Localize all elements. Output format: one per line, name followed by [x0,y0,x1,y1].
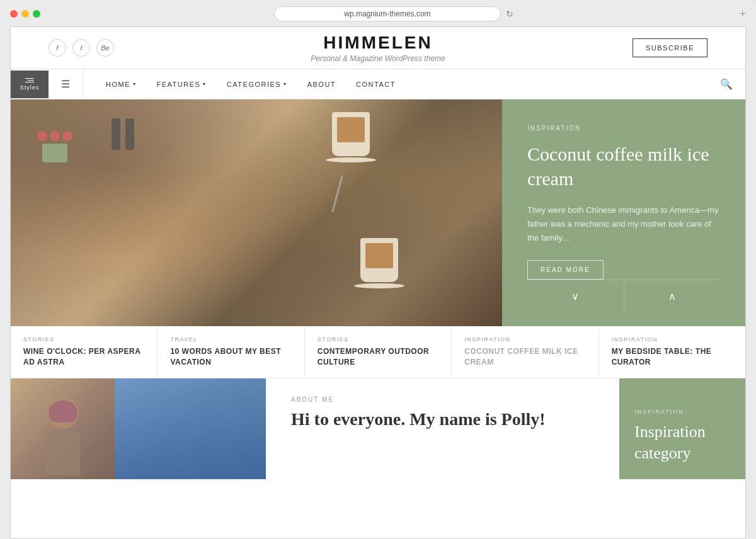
ticker-title-4: MY BEDSIDE TABLE: THE CURATOR [612,346,733,368]
site-title: HIMMELEN [311,33,445,53]
hero-content: INSPIRATION Coconut coffee milk ice crea… [502,99,745,326]
hero-image [11,99,502,326]
ticker-item-1[interactable]: TRAVEL 10 WORDS ABOUT MY BEST VACATION [158,326,304,378]
nav-item-categories[interactable]: CATEGORIES ▾ [217,72,297,97]
cup-saucer-1 [326,157,376,162]
ticker-category-1: TRAVEL [170,336,291,343]
person-hair [49,400,77,423]
nav-item-home[interactable]: HOME ▾ [96,72,147,97]
behance-icon[interactable]: Be [96,39,114,57]
ticker-item-3[interactable]: INSPIRATION COCONUT COFFEE MILK ICE CREA… [452,326,598,378]
menu-icon[interactable]: ☰ [49,69,83,99]
styles-button[interactable]: Styles [11,71,49,98]
hero-image-overlay [11,99,502,326]
site-header: f t Be HIMMELEN Personal & Magazine Word… [11,27,745,69]
shaker-1 [112,118,120,150]
flower-blooms [36,131,74,141]
ticker-category-2: STORIES [318,336,438,343]
nav-item-contact[interactable]: CONTACT [346,72,406,97]
inspiration-category: INSPIRATION [634,409,730,415]
maximize-window-button[interactable] [33,10,40,18]
read-more-button[interactable]: READ MORE [527,260,604,280]
about-heading: Hi to everyone. My name is Polly! [291,408,594,431]
hero-navigation-arrows: ∨ ∧ [527,280,720,312]
home-arrow-icon: ▾ [133,81,137,87]
social-links: f t Be [49,39,114,57]
hero-section: INSPIRATION Coconut coffee milk ice crea… [11,99,745,326]
nav-item-about[interactable]: ABOUT [297,72,346,97]
categories-arrow-icon: ▾ [284,81,287,87]
features-arrow-icon: ▾ [203,81,207,87]
ticker-category-0: STORIES [23,336,144,343]
site-title-area: HIMMELEN Personal & Magazine WordPress t… [311,33,445,63]
site-tagline: Personal & Magazine WordPress theme [311,54,445,63]
about-text-section: ABOUT ME Hi to everyone. My name is Poll… [266,378,619,479]
cup-body-1 [332,112,370,156]
nav-item-features[interactable]: FEATURES ▾ [147,72,217,97]
flower-decoration [36,131,74,175]
about-label: ABOUT ME [291,396,594,403]
cup-saucer-2 [354,283,404,288]
about-image-1 [11,378,115,479]
flower-pot [42,144,67,162]
salt-shakers [112,118,134,150]
ticker-title-1: 10 WORDS ABOUT MY BEST VACATION [170,346,291,368]
subscribe-button[interactable]: SUBSCRIBE [633,38,707,57]
new-tab-button[interactable]: + [740,8,746,20]
about-image-2 [115,378,266,479]
website-content: f t Be HIMMELEN Personal & Magazine Word… [10,26,746,539]
cup-body-2 [360,238,398,282]
ticker-category-3: INSPIRATION [464,336,585,343]
ticker-item-4[interactable]: INSPIRATION MY BEDSIDE TABLE: THE CURATO… [599,326,745,378]
hero-title: Coconut coffee milk ice cream [527,142,720,191]
hero-content-inner: INSPIRATION Coconut coffee milk ice crea… [527,125,720,280]
nav-links: HOME ▾ FEATURES ▾ CATEGORIES ▾ ABOUT CON… [83,72,707,97]
minimize-window-button[interactable] [21,10,29,18]
facebook-icon[interactable]: f [49,39,66,57]
person2-figure [115,378,266,479]
person-silhouette [38,397,88,479]
inspiration-box[interactable]: INSPIRATION Inspiration category [619,378,745,479]
close-window-button[interactable] [10,10,18,18]
coffee-cup-2 [351,238,408,307]
styles-label: Styles [20,84,40,91]
cup-liquid-1 [337,117,365,142]
ticker-item-2[interactable]: STORIES CONTEMPORARY OUTDOOR CULTURE [305,326,452,378]
ticker-title-0: WINE O'CLOCK: PER ASPERA AD ASTRA [23,346,144,368]
hero-category: INSPIRATION [527,125,720,132]
coffee-cup-1 [326,112,376,175]
cup-liquid-2 [365,243,393,268]
hero-excerpt: They were both Chinese immigrants to Ame… [527,203,720,245]
ticker-title-3: COCONUT COFFEE MILK ICE CREAM [464,346,585,368]
site-navigation: Styles ☰ HOME ▾ FEATURES ▾ CATEGORIES ▾ … [11,69,745,99]
ticker-title-2: CONTEMPORARY OUTDOOR CULTURE [318,346,438,368]
ticker-category-4: INSPIRATION [612,336,733,343]
browser-window-controls [10,10,40,18]
address-bar-area: ↻ [48,6,740,21]
bottom-section: ABOUT ME Hi to everyone. My name is Poll… [11,378,745,479]
twitter-icon[interactable]: t [72,39,90,57]
person-head [47,397,79,429]
search-button[interactable]: 🔍 [707,69,745,99]
address-input[interactable] [274,6,501,21]
styles-icon [25,78,34,82]
browser-titlebar: ↻ + [10,6,746,21]
bloom-3 [62,131,72,141]
article-tickers: STORIES WINE O'CLOCK: PER ASPERA AD ASTR… [11,326,745,378]
hero-next-button[interactable]: ∧ [624,280,721,312]
bloom-1 [37,131,47,141]
hero-prev-button[interactable]: ∨ [527,280,624,312]
bloom-2 [50,131,60,141]
inspiration-title: Inspiration category [634,421,730,464]
ticker-item-0[interactable]: STORIES WINE O'CLOCK: PER ASPERA AD ASTR… [11,326,158,378]
person-body [45,431,80,475]
reload-button[interactable]: ↻ [506,9,513,20]
shaker-2 [125,118,134,150]
